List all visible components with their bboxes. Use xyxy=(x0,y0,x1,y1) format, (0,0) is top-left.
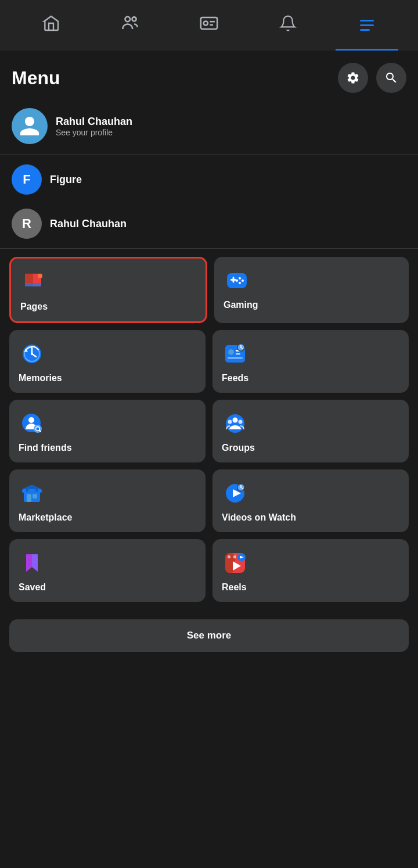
account-name-figure: Figure xyxy=(50,174,82,186)
divider-1 xyxy=(0,155,418,155)
find-friends-icon xyxy=(19,410,45,437)
grid-item-reels[interactable]: Reels xyxy=(212,539,409,602)
user-icon xyxy=(18,114,41,138)
grid-label-saved: Saved xyxy=(19,582,196,593)
profile-info: Rahul Chauhan See your profile xyxy=(56,116,132,137)
memories-icon xyxy=(19,340,45,367)
account-rahul[interactable]: R Rahul Chauhan xyxy=(0,202,418,246)
grid-row-4: Marketplace Videos on Watch xyxy=(9,469,409,532)
top-nav xyxy=(0,0,418,52)
grid-item-memories[interactable]: Memories xyxy=(9,330,206,393)
svg-rect-53 xyxy=(26,489,28,492)
search-icon xyxy=(384,71,398,85)
svg-point-18 xyxy=(236,279,238,282)
svg-point-10 xyxy=(38,274,42,278)
svg-point-0 xyxy=(125,17,131,22)
svg-point-44 xyxy=(233,418,238,423)
svg-point-28 xyxy=(228,349,234,355)
marketplace-icon xyxy=(19,480,45,507)
gear-icon xyxy=(346,71,360,85)
nav-notifications[interactable] xyxy=(248,0,327,51)
grid-label-feeds: Feeds xyxy=(222,373,399,383)
svg-point-15 xyxy=(239,277,241,279)
grid-row-1: Pages Gaming xyxy=(9,257,409,323)
account-name-rahul: Rahul Chauhan xyxy=(50,218,127,230)
avatar xyxy=(12,108,48,144)
account-avatar-rahul: R xyxy=(12,209,42,239)
grid-label-pages: Pages xyxy=(20,302,196,312)
grid-item-pages[interactable]: Pages xyxy=(9,257,207,323)
groups-icon xyxy=(222,410,248,437)
grid-label-groups: Groups xyxy=(222,443,399,453)
svg-rect-14 xyxy=(233,277,235,283)
svg-rect-9 xyxy=(25,283,41,286)
svg-rect-48 xyxy=(24,492,40,502)
videos-on-watch-icon xyxy=(222,480,248,507)
grid-label-videos-on-watch: Videos on Watch xyxy=(222,512,399,523)
divider-2 xyxy=(0,248,418,249)
profile-name: Rahul Chauhan xyxy=(56,116,132,128)
grid-section: Pages Gaming xyxy=(0,251,418,615)
svg-point-3 xyxy=(204,21,208,25)
page-title: Menu xyxy=(12,67,60,89)
svg-rect-51 xyxy=(22,489,42,493)
nav-profile[interactable] xyxy=(170,0,248,51)
grid-item-gaming[interactable]: Gaming xyxy=(214,257,409,323)
grid-item-marketplace[interactable]: Marketplace xyxy=(9,469,206,532)
search-button[interactable] xyxy=(376,63,406,93)
grid-label-gaming: Gaming xyxy=(224,300,399,310)
svg-rect-54 xyxy=(35,489,38,492)
feeds-icon xyxy=(222,340,248,367)
nav-menu[interactable] xyxy=(327,0,406,51)
svg-point-16 xyxy=(242,279,244,282)
grid-item-saved[interactable]: Saved xyxy=(9,539,206,602)
svg-point-46 xyxy=(239,420,243,424)
svg-point-43 xyxy=(226,414,244,433)
gaming-icon xyxy=(224,267,250,294)
see-more-button[interactable]: See more xyxy=(9,619,409,652)
svg-point-38 xyxy=(28,417,34,423)
svg-rect-49 xyxy=(27,494,31,502)
svg-rect-30 xyxy=(236,353,240,355)
nav-home[interactable] xyxy=(12,0,91,51)
svg-rect-31 xyxy=(228,357,243,359)
see-more-label: See more xyxy=(187,630,232,641)
grid-item-videos-on-watch[interactable]: Videos on Watch xyxy=(212,469,409,532)
pages-icon xyxy=(20,269,47,296)
svg-rect-67 xyxy=(228,555,230,558)
svg-point-1 xyxy=(132,17,136,21)
account-figure[interactable]: F Figure xyxy=(0,157,418,202)
profile-section[interactable]: Rahul Chauhan See your profile xyxy=(0,100,418,152)
grid-label-reels: Reels xyxy=(222,582,399,593)
svg-point-24 xyxy=(31,353,33,355)
nav-friends[interactable] xyxy=(91,0,170,51)
grid-item-find-friends[interactable]: Find friends xyxy=(9,400,206,462)
svg-point-45 xyxy=(228,420,232,424)
settings-button[interactable] xyxy=(338,63,368,93)
profile-subtitle: See your profile xyxy=(56,128,132,137)
header-actions xyxy=(338,63,406,93)
bell-icon xyxy=(279,15,297,36)
grid-row-2: Memories Feeds xyxy=(9,330,409,393)
profile-card-icon xyxy=(199,13,219,37)
menu-header: Menu xyxy=(0,52,418,100)
grid-label-find-friends: Find friends xyxy=(19,443,196,453)
hamburger-icon xyxy=(358,17,376,33)
svg-rect-50 xyxy=(33,494,37,498)
home-icon xyxy=(42,14,60,37)
friends-icon xyxy=(120,13,140,37)
saved-icon xyxy=(19,550,45,576)
reels-icon xyxy=(222,550,248,576)
grid-row-5: Saved Ree xyxy=(9,539,409,602)
svg-rect-68 xyxy=(233,555,236,558)
grid-item-groups[interactable]: Groups xyxy=(212,400,409,462)
account-avatar-figure: F xyxy=(12,164,42,195)
grid-label-marketplace: Marketplace xyxy=(19,512,196,523)
grid-label-memories: Memories xyxy=(19,373,196,383)
svg-point-17 xyxy=(239,282,241,284)
grid-row-3: Find friends Groups xyxy=(9,400,409,462)
grid-item-feeds[interactable]: Feeds xyxy=(212,330,409,393)
